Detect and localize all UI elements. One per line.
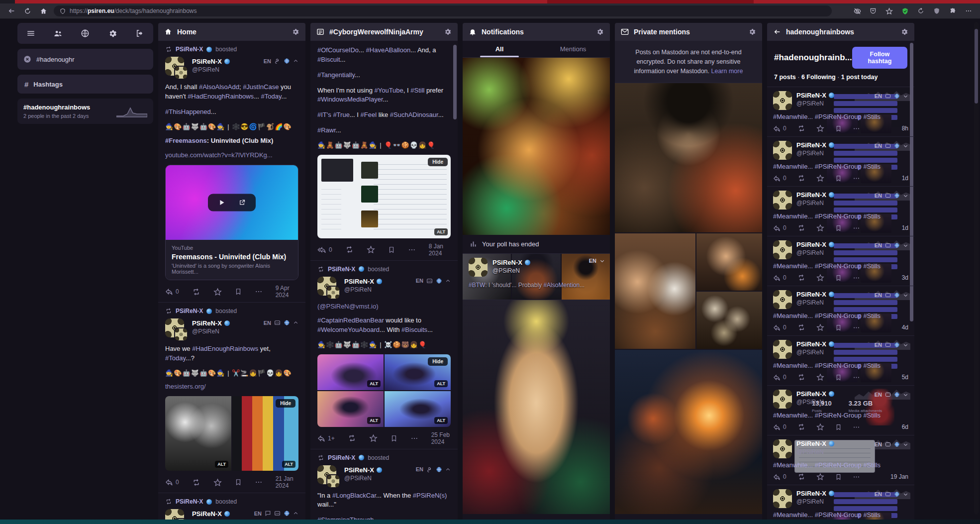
- tab-mentions[interactable]: Mentions: [536, 41, 610, 57]
- boost-button[interactable]: [797, 373, 805, 381]
- hide-media-button[interactable]: Hide: [428, 158, 448, 166]
- media-image[interactable]: [696, 233, 762, 291]
- reload-button[interactable]: [22, 5, 33, 16]
- post[interactable]: PSiReN-X boosted PSiReN-X @PSiReN EN: [310, 449, 458, 520]
- shield-extension-icon[interactable]: [931, 5, 942, 16]
- display-name[interactable]: PSiReN-X: [192, 319, 230, 327]
- home-button[interactable]: [38, 5, 49, 16]
- post[interactable]: PSiReN-X boosted PSiReN-X @PSiReN EN: [158, 41, 305, 303]
- favourite-button[interactable]: [367, 245, 375, 254]
- avatar[interactable]: [773, 489, 792, 508]
- bookmark-button[interactable]: [835, 324, 842, 331]
- boost-button[interactable]: [797, 124, 805, 132]
- expand-chevron-icon[interactable]: [903, 143, 908, 149]
- expand-chevron-icon[interactable]: [903, 293, 908, 298]
- open-external-icon[interactable]: [238, 199, 246, 207]
- reply-button[interactable]: 0: [165, 288, 179, 296]
- media-image[interactable]: Hide ALT: [232, 396, 298, 471]
- filtered-post-preview[interactable]: PSiReN-X @PSiReN EN #BTW: I 'should'... …: [463, 254, 610, 300]
- favourite-button[interactable]: [213, 288, 222, 296]
- reply-button[interactable]: 0: [773, 324, 786, 331]
- federation-globe-icon[interactable]: [80, 28, 91, 39]
- tab-all[interactable]: All: [463, 41, 536, 57]
- puzzle-extensions-icon[interactable]: [947, 5, 958, 16]
- avatar[interactable]: [317, 277, 339, 299]
- post-time[interactable]: 1d: [902, 175, 908, 182]
- bookmark-button[interactable]: [835, 125, 842, 132]
- post-time[interactable]: 1d: [902, 224, 908, 231]
- bookmark-button[interactable]: [835, 374, 842, 381]
- home-column-settings-icon[interactable]: [292, 28, 299, 36]
- display-name[interactable]: PSiReN-X: [492, 259, 530, 266]
- favourite-button[interactable]: [369, 434, 378, 442]
- favourite-button[interactable]: [213, 478, 222, 487]
- display-name[interactable]: PSiReN-X: [796, 92, 834, 99]
- account-handle[interactable]: @PSiReN: [492, 267, 530, 274]
- booster-name[interactable]: PSiReN-X: [176, 46, 203, 53]
- boost-button[interactable]: [797, 174, 805, 182]
- post-time[interactable]: 5d: [902, 374, 908, 381]
- expand-chevron-icon[interactable]: [903, 94, 908, 99]
- hashtag-post[interactable]: PSiReN-X @PSiReN EN #Meanwhile... #PSiRe…: [767, 87, 914, 137]
- account-handle[interactable]: @PSiReN: [796, 200, 834, 207]
- menu-icon[interactable]: [25, 28, 36, 39]
- bookmark-star-icon[interactable]: [883, 5, 894, 16]
- collapse-chevron-icon[interactable]: [293, 58, 298, 64]
- account-handle[interactable]: @PSiReN: [344, 286, 382, 293]
- avatar[interactable]: [165, 318, 187, 340]
- list-column-settings-icon[interactable]: [444, 28, 452, 36]
- post-time[interactable]: 6d: [902, 423, 908, 430]
- bookmark-button[interactable]: [835, 274, 842, 282]
- reply-button[interactable]: 0: [773, 423, 786, 431]
- boost-button[interactable]: [797, 473, 805, 481]
- avatar[interactable]: [773, 439, 792, 458]
- private-mentions-column-header[interactable]: Private mentions: [615, 23, 762, 41]
- hashtags-section-header[interactable]: # Hashtags: [17, 75, 153, 94]
- tracking-protection-icon[interactable]: [852, 5, 863, 16]
- more-options-button[interactable]: [255, 478, 263, 486]
- post-time[interactable]: 8h: [902, 125, 908, 132]
- follow-hashtag-button[interactable]: Follow hashtag: [852, 47, 907, 69]
- display-name[interactable]: PSiReN-X: [796, 340, 834, 348]
- back-arrow-icon[interactable]: [773, 28, 781, 36]
- hide-media-button[interactable]: Hide: [276, 399, 295, 408]
- more-options-button[interactable]: [853, 224, 860, 232]
- media-image[interactable]: ALT: [385, 391, 451, 427]
- post-date[interactable]: 8 Jan 2024: [429, 243, 451, 257]
- hashtag-post[interactable]: 13,910Posts 3.23 GBMedia attachments PSi…: [767, 386, 914, 435]
- display-name[interactable]: PSiReN-X: [796, 291, 834, 298]
- account-handle[interactable]: @PSiReN: [344, 475, 382, 482]
- poll-ended-notification[interactable]: Your poll has ended: [463, 235, 610, 254]
- alt-badge[interactable]: ALT: [367, 417, 381, 424]
- avatar[interactable]: [469, 258, 488, 277]
- sync-extension-icon[interactable]: [915, 5, 926, 16]
- account-handle[interactable]: @PSiReN: [796, 299, 834, 306]
- reply-button[interactable]: 0: [773, 175, 786, 182]
- post-time[interactable]: 19 Jan: [890, 473, 908, 480]
- boost-button[interactable]: [797, 423, 805, 431]
- bookmark-button[interactable]: [835, 423, 842, 431]
- post-date[interactable]: 21 Jan 2024: [276, 475, 298, 489]
- post-link[interactable]: thesisters.org/: [165, 383, 298, 390]
- alt-badge[interactable]: ALT: [434, 417, 448, 424]
- hashtag-post[interactable]: PSiReN-X @PSiReN EN #Meanwhile... #PSiRe…: [767, 336, 914, 386]
- more-options-button[interactable]: [853, 125, 860, 132]
- booster-name[interactable]: PSiReN-X: [328, 454, 355, 461]
- account-handle[interactable]: @PSiReN: [796, 498, 834, 505]
- hashtag-post[interactable]: PSiReN-X @PSiReN EN #Meanwhile... #PSiRe…: [767, 485, 914, 520]
- more-options-button[interactable]: [853, 423, 860, 431]
- display-name[interactable]: PSiReN-X: [344, 278, 382, 285]
- window-scrollbar[interactable]: [974, 22, 979, 515]
- more-options-button[interactable]: [853, 473, 860, 481]
- reply-button[interactable]: 0: [165, 478, 179, 486]
- favourite-button[interactable]: [816, 473, 824, 481]
- account-handle[interactable]: @PSiReN: [192, 66, 230, 73]
- bookmark-button[interactable]: [835, 224, 842, 232]
- post[interactable]: PSiReN-X boosted PSiReN-X @PSiReN EN: [158, 303, 305, 493]
- display-name[interactable]: PSiReN-X: [796, 241, 834, 248]
- bookmark-button[interactable]: [835, 175, 842, 182]
- expand-chevron-icon[interactable]: [903, 442, 908, 447]
- account-handle[interactable]: @PSiReN: [796, 100, 834, 107]
- private-mentions-settings-icon[interactable]: [748, 28, 756, 36]
- more-options-button[interactable]: [410, 434, 418, 442]
